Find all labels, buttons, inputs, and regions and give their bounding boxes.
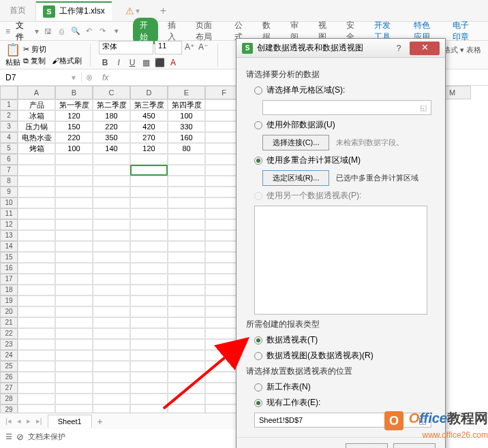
cell[interactable]: 第三季度	[130, 99, 168, 110]
sheet-nav-first-icon[interactable]: |◂	[5, 417, 12, 426]
cell[interactable]	[18, 274, 55, 285]
cell[interactable]	[130, 187, 168, 197]
cell[interactable]	[18, 263, 55, 274]
cell[interactable]	[93, 252, 130, 263]
radio-pivot-table[interactable]	[254, 336, 262, 345]
cell[interactable]	[93, 350, 130, 361]
col-header[interactable]: D	[130, 86, 168, 99]
app-menu-icon[interactable]: ≡	[5, 27, 10, 36]
select-connection-button[interactable]: 选择连接(C)...	[262, 135, 329, 150]
cell[interactable]	[168, 372, 205, 383]
cell[interactable]	[130, 306, 168, 317]
copy-button[interactable]: ⧉ 复制	[23, 56, 46, 66]
cell[interactable]	[55, 350, 93, 361]
cell[interactable]	[93, 372, 130, 383]
cell[interactable]	[55, 252, 93, 263]
cell[interactable]: 压力锅	[18, 121, 55, 132]
cell[interactable]	[168, 197, 205, 208]
cell[interactable]	[168, 361, 205, 372]
dialog-close-button[interactable]: ✕	[410, 42, 440, 55]
new-tab-button[interactable]: +	[160, 5, 166, 17]
cell[interactable]	[55, 339, 93, 350]
cell[interactable]	[130, 176, 168, 187]
cell[interactable]: 220	[55, 132, 93, 143]
cell[interactable]	[130, 295, 168, 306]
font-name-select[interactable]: 宋体	[99, 41, 153, 54]
cell[interactable]	[130, 208, 168, 219]
cell[interactable]	[55, 361, 93, 372]
cell[interactable]	[130, 274, 168, 285]
cell[interactable]	[168, 154, 205, 165]
cell[interactable]: 270	[130, 132, 168, 143]
cell[interactable]	[168, 176, 205, 187]
cell[interactable]	[18, 295, 55, 306]
cell[interactable]	[18, 372, 55, 383]
radio-existing-sheet[interactable]	[254, 399, 262, 407]
cell[interactable]	[93, 317, 130, 328]
cell[interactable]	[55, 197, 93, 208]
cell[interactable]	[18, 383, 55, 394]
undo-icon[interactable]: ↶	[84, 26, 95, 37]
cell[interactable]	[168, 383, 205, 394]
cell[interactable]	[93, 285, 130, 295]
fx-label[interactable]: fx	[97, 73, 114, 82]
cell[interactable]	[168, 165, 205, 176]
cell[interactable]	[168, 230, 205, 241]
cell[interactable]	[18, 230, 55, 241]
cell[interactable]	[168, 263, 205, 274]
row-header[interactable]: 4	[0, 132, 18, 143]
cell[interactable]	[168, 306, 205, 317]
cell[interactable]	[130, 317, 168, 328]
row-header[interactable]: 8	[0, 176, 18, 187]
cell[interactable]	[55, 165, 93, 176]
cell[interactable]	[93, 361, 130, 372]
cell[interactable]	[93, 263, 130, 274]
cell[interactable]	[168, 187, 205, 197]
col-header[interactable]: E	[168, 86, 205, 99]
cell[interactable]	[93, 339, 130, 350]
font-size-select[interactable]: 11	[155, 41, 182, 54]
cell[interactable]	[55, 317, 93, 328]
cell[interactable]	[18, 285, 55, 295]
cell[interactable]: 电热水壶	[18, 132, 55, 143]
row-header[interactable]: 24	[0, 350, 18, 361]
qa-dropdown-icon[interactable]: ▾	[111, 26, 122, 37]
paste-button[interactable]: 📋 粘贴	[5, 42, 20, 67]
cell[interactable]	[168, 350, 205, 361]
cut-button[interactable]: ✂ 剪切	[23, 44, 82, 54]
cell[interactable]	[18, 350, 55, 361]
cell[interactable]	[18, 306, 55, 317]
cell[interactable]	[130, 285, 168, 295]
italic-button[interactable]: I	[112, 57, 125, 69]
sheet-nav-prev-icon[interactable]: ◂	[17, 417, 21, 426]
cell[interactable]	[93, 165, 130, 176]
cell[interactable]	[93, 306, 130, 317]
row-header[interactable]: 26	[0, 372, 18, 383]
cell[interactable]	[55, 295, 93, 306]
row-header[interactable]: 1	[0, 99, 18, 110]
cell[interactable]	[168, 295, 205, 306]
save-icon[interactable]: 🖫	[43, 26, 54, 37]
cell[interactable]	[168, 328, 205, 339]
row-header[interactable]: 15	[0, 252, 18, 263]
cell[interactable]	[93, 383, 130, 394]
cell[interactable]	[130, 372, 168, 383]
range-picker-icon[interactable]: ◱	[420, 103, 427, 112]
cell[interactable]	[18, 361, 55, 372]
cell[interactable]	[55, 274, 93, 285]
row-header[interactable]: 10	[0, 197, 18, 208]
cell[interactable]	[18, 339, 55, 350]
col-header[interactable]: C	[93, 86, 130, 99]
fx-cancel-icon[interactable]: ⊗	[82, 73, 97, 82]
cell[interactable]	[168, 339, 205, 350]
cell[interactable]: 140	[93, 143, 130, 154]
column-headers[interactable]: A B C D E F	[18, 86, 243, 99]
row-header[interactable]: 6	[0, 154, 18, 165]
row-header[interactable]: 17	[0, 274, 18, 285]
range-input[interactable]: ◱	[262, 100, 431, 115]
border-button[interactable]: ▦	[140, 57, 152, 69]
cell[interactable]	[168, 241, 205, 252]
cell[interactable]: 100	[55, 143, 93, 154]
row-header[interactable]: 20	[0, 306, 18, 317]
cell[interactable]	[93, 208, 130, 219]
